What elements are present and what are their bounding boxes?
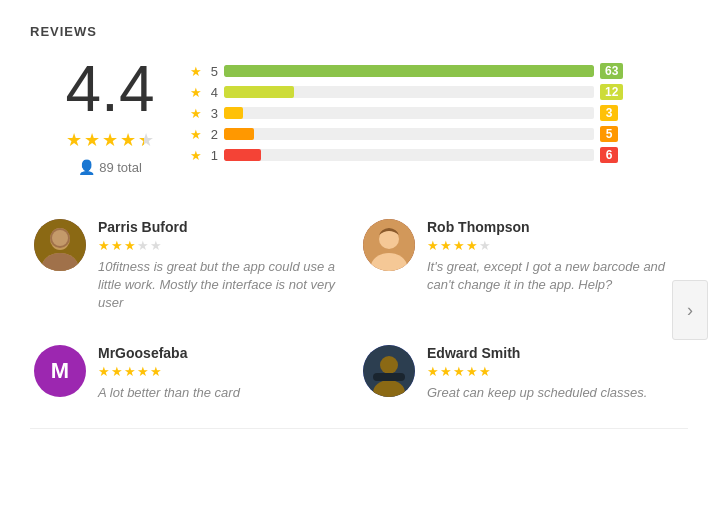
reviews-section: Parris Buford ★★★★★ 10fitness is great b… (30, 203, 688, 418)
bar-star-icon: ★ (190, 85, 202, 100)
review-star-4: ★ (137, 364, 149, 379)
bar-count: 6 (600, 147, 618, 163)
review-star-1: ★ (98, 364, 110, 379)
review-text: Great can keep up scheduled classes. (427, 384, 672, 402)
review-content: Parris Buford ★★★★★ 10fitness is great b… (98, 219, 343, 313)
bar-label: 4 (208, 85, 218, 100)
review-star-3: ★ (453, 238, 465, 253)
svg-point-10 (380, 356, 398, 374)
review-star-5: ★ (479, 364, 491, 379)
star-4: ★ (120, 129, 136, 151)
review-item-parris-buford: Parris Buford ★★★★★ 10fitness is great b… (30, 203, 359, 329)
bar-count: 5 (600, 126, 618, 142)
bar-star-icon: ★ (190, 106, 202, 121)
bar-label: 3 (208, 106, 218, 121)
review-star-1: ★ (427, 364, 439, 379)
review-star-2: ★ (111, 238, 123, 253)
review-text: A lot better than the card (98, 384, 343, 402)
review-stars: ★★★★★ (98, 364, 343, 379)
bar-fill (224, 86, 294, 98)
review-star-2: ★ (440, 238, 452, 253)
bar-row-2: ★ 2 5 (190, 126, 688, 142)
review-content: Rob Thompson ★★★★★ It's great, except I … (427, 219, 672, 294)
review-star-3: ★ (124, 238, 136, 253)
bar-label: 1 (208, 148, 218, 163)
bar-count: 3 (600, 105, 618, 121)
review-star-2: ★ (440, 364, 452, 379)
review-star-5: ★ (150, 238, 162, 253)
bar-row-4: ★ 4 12 (190, 84, 688, 100)
star-1: ★ (66, 129, 82, 151)
bar-fill (224, 149, 261, 161)
reviewer-name: Edward Smith (427, 345, 672, 361)
review-star-1: ★ (427, 238, 439, 253)
bar-label: 2 (208, 127, 218, 142)
total-count: 👤 89 total (78, 159, 142, 175)
next-button[interactable]: › (672, 280, 708, 340)
bar-row-3: ★ 3 3 (190, 105, 688, 121)
reviews-grid: Parris Buford ★★★★★ 10fitness is great b… (30, 203, 688, 418)
review-star-4: ★ (466, 238, 478, 253)
overall-stars: ★ ★ ★ ★ ★★ (66, 129, 154, 151)
review-stars: ★★★★★ (427, 364, 672, 379)
avatar-rob-thompson (363, 219, 415, 271)
review-star-5: ★ (150, 364, 162, 379)
bar-track (224, 86, 594, 98)
review-star-3: ★ (124, 364, 136, 379)
bar-row-5: ★ 5 63 (190, 63, 688, 79)
avatar-mrgoosefaba: M (34, 345, 86, 397)
reviewer-name: MrGoosefaba (98, 345, 343, 361)
overall-rating-block: 4.4 ★ ★ ★ ★ ★★ 👤 89 total (30, 57, 190, 175)
avatar-parris-buford (34, 219, 86, 271)
bar-fill (224, 107, 243, 119)
star-2: ★ (84, 129, 100, 151)
star-3: ★ (102, 129, 118, 151)
review-star-4: ★ (137, 238, 149, 253)
reviewer-name: Parris Buford (98, 219, 343, 235)
review-text: 10fitness is great but the app could use… (98, 258, 343, 313)
star-5: ★★ (138, 129, 154, 151)
review-star-1: ★ (98, 238, 110, 253)
bar-count: 63 (600, 63, 623, 79)
svg-rect-12 (373, 373, 405, 381)
rating-bars: ★ 5 63 ★ 4 12 ★ 3 3 ★ 2 5 (190, 57, 688, 163)
review-item-edward-smith: Edward Smith ★★★★★ Great can keep up sch… (359, 329, 688, 418)
bar-fill (224, 65, 594, 77)
rating-summary: 4.4 ★ ★ ★ ★ ★★ 👤 89 total ★ 5 63 (30, 57, 688, 175)
bar-label: 5 (208, 64, 218, 79)
review-item-rob-thompson: Rob Thompson ★★★★★ It's great, except I … (359, 203, 688, 329)
bar-fill (224, 128, 254, 140)
bar-track (224, 149, 594, 161)
bar-star-icon: ★ (190, 148, 202, 163)
bar-star-icon: ★ (190, 64, 202, 79)
person-icon: 👤 (78, 159, 95, 175)
reviewer-name: Rob Thompson (427, 219, 672, 235)
rating-score: 4.4 (66, 57, 155, 121)
svg-point-4 (52, 230, 68, 246)
section-title: REVIEWS (30, 24, 688, 39)
review-content: MrGoosefaba ★★★★★ A lot better than the … (98, 345, 343, 402)
bar-star-icon: ★ (190, 127, 202, 142)
review-text: It's great, except I got a new barcode a… (427, 258, 672, 294)
bar-track (224, 65, 594, 77)
avatar-edward-smith (363, 345, 415, 397)
review-stars: ★★★★★ (98, 238, 343, 253)
review-star-4: ★ (466, 364, 478, 379)
bar-track (224, 107, 594, 119)
bar-track (224, 128, 594, 140)
bar-count: 12 (600, 84, 623, 100)
bar-row-1: ★ 1 6 (190, 147, 688, 163)
review-star-2: ★ (111, 364, 123, 379)
review-content: Edward Smith ★★★★★ Great can keep up sch… (427, 345, 672, 402)
review-star-3: ★ (453, 364, 465, 379)
bottom-divider (30, 428, 688, 429)
review-star-5: ★ (479, 238, 491, 253)
review-item-mrgoosefaba: M MrGoosefaba ★★★★★ A lot better than th… (30, 329, 359, 418)
review-stars: ★★★★★ (427, 238, 672, 253)
